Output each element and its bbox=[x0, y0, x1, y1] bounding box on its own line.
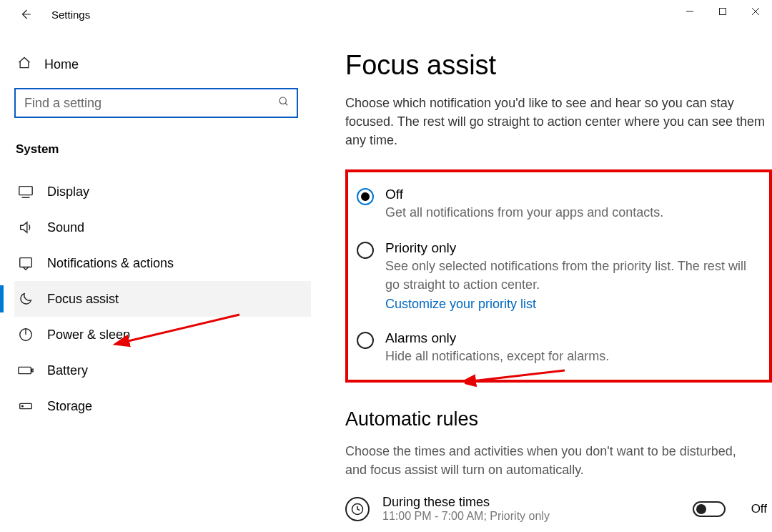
radio-off[interactable] bbox=[357, 188, 374, 205]
svg-rect-1 bbox=[720, 9, 726, 15]
radio-off-desc: Get all notifications from your apps and… bbox=[385, 204, 761, 222]
rule-toggle[interactable] bbox=[693, 501, 726, 517]
rule-toggle-label: Off bbox=[751, 502, 767, 516]
window-controls bbox=[673, 0, 772, 23]
sidebar-item-label: Storage bbox=[47, 399, 92, 414]
radio-alarms-label: Alarms only bbox=[385, 330, 761, 346]
sidebar-home[interactable]: Home bbox=[14, 50, 311, 88]
minimize-button[interactable] bbox=[673, 0, 706, 23]
radio-alarms[interactable] bbox=[357, 332, 374, 349]
sidebar-item-battery[interactable]: Battery bbox=[14, 353, 311, 388]
close-button[interactable] bbox=[739, 0, 772, 23]
sidebar-item-power-sleep[interactable]: Power & sleep bbox=[14, 317, 311, 353]
svg-point-4 bbox=[279, 97, 286, 104]
sidebar-item-label: Notifications & actions bbox=[47, 256, 174, 271]
main-content: Focus assist Choose which notification y… bbox=[311, 29, 772, 532]
svg-rect-6 bbox=[19, 187, 32, 195]
home-icon bbox=[17, 56, 31, 74]
focus-assist-options-highlight: Off Get all notifications from your apps… bbox=[345, 169, 772, 383]
clock-icon bbox=[345, 497, 370, 521]
automatic-rules-heading: Automatic rules bbox=[345, 408, 772, 430]
radio-off-label: Off bbox=[385, 187, 761, 202]
sidebar-item-notifications[interactable]: Notifications & actions bbox=[14, 245, 311, 281]
sidebar-item-label: Battery bbox=[47, 363, 88, 378]
svg-line-5 bbox=[285, 103, 287, 105]
radio-option-alarms[interactable]: Alarms only Hide all notifications, exce… bbox=[354, 326, 763, 370]
radio-option-priority[interactable]: Priority only See only selected notifica… bbox=[354, 236, 763, 315]
sidebar-item-label: Display bbox=[47, 184, 89, 200]
svg-rect-11 bbox=[19, 367, 31, 373]
rule-subtitle: 11:00 PM - 7:00 AM; Priority only bbox=[382, 510, 680, 523]
automatic-rules-desc: Choose the times and activities when you… bbox=[345, 442, 746, 479]
search-input[interactable] bbox=[24, 96, 278, 111]
sound-icon bbox=[17, 220, 34, 235]
sidebar-category: System bbox=[16, 142, 311, 157]
sidebar-home-label: Home bbox=[44, 57, 79, 72]
sidebar-item-label: Focus assist bbox=[47, 292, 119, 307]
sidebar-item-label: Power & sleep bbox=[47, 327, 130, 343]
search-box[interactable] bbox=[14, 88, 298, 118]
radio-option-off[interactable]: Off Get all notifications from your apps… bbox=[354, 182, 763, 226]
svg-rect-12 bbox=[31, 369, 33, 372]
sidebar-item-storage[interactable]: Storage bbox=[14, 388, 311, 424]
radio-alarms-desc: Hide all notifications, except for alarm… bbox=[385, 348, 761, 365]
notifications-icon bbox=[17, 255, 34, 271]
titlebar: Settings bbox=[0, 0, 772, 29]
page-intro: Choose which notification you'd like to … bbox=[345, 94, 771, 149]
battery-icon bbox=[17, 363, 34, 378]
window-title: Settings bbox=[51, 9, 90, 21]
radio-priority-desc: See only selected notifications from the… bbox=[385, 257, 761, 293]
radio-priority-label: Priority only bbox=[385, 240, 761, 256]
customize-priority-list-link[interactable]: Customize your priority list bbox=[385, 297, 536, 312]
sidebar-item-sound[interactable]: Sound bbox=[14, 210, 311, 245]
maximize-button[interactable] bbox=[706, 0, 739, 23]
storage-icon bbox=[17, 398, 34, 414]
moon-icon bbox=[17, 291, 34, 307]
power-icon bbox=[17, 327, 34, 343]
svg-rect-8 bbox=[20, 258, 32, 267]
display-icon bbox=[17, 184, 34, 200]
svg-point-14 bbox=[22, 405, 24, 407]
rule-during-times[interactable]: During these times 11:00 PM - 7:00 AM; P… bbox=[345, 495, 767, 523]
page-title: Focus assist bbox=[345, 50, 772, 81]
sidebar: Home System Display Sound Notifica bbox=[0, 29, 311, 532]
search-icon bbox=[278, 96, 290, 110]
sidebar-item-display[interactable]: Display bbox=[14, 174, 311, 210]
sidebar-item-focus-assist[interactable]: Focus assist bbox=[14, 281, 311, 317]
sidebar-item-label: Sound bbox=[47, 220, 84, 235]
radio-priority[interactable] bbox=[357, 242, 374, 259]
rule-title: During these times bbox=[382, 495, 680, 510]
back-button[interactable] bbox=[14, 8, 37, 21]
